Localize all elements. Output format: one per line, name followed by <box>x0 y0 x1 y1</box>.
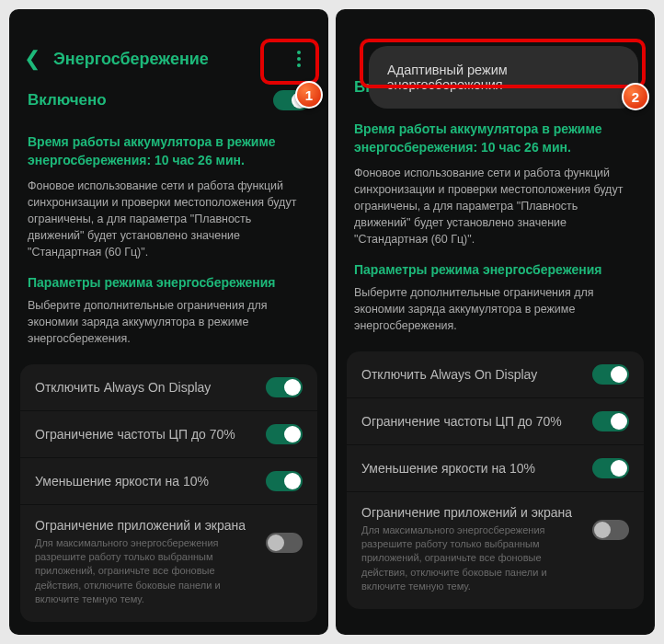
step-badge-1: 1 <box>295 81 323 109</box>
enabled-label: Включено <box>28 91 107 109</box>
info-section: Время работы аккумулятора в режиме энерг… <box>336 110 655 348</box>
option-aod[interactable]: Отключить Always On Display <box>347 351 644 398</box>
option-label: Ограничение приложений и экрана <box>35 518 257 533</box>
option-label: Уменьшение яркости на 10% <box>361 461 592 476</box>
option-toggle[interactable] <box>592 520 629 540</box>
option-description: Для максимального энергосбережения разре… <box>35 536 257 607</box>
option-aod[interactable]: Отключить Always On Display <box>20 364 317 411</box>
params-desc: Выберите дополнительные ограничения для … <box>28 297 310 347</box>
params-desc: Выберите дополнительные ограничения для … <box>354 284 636 334</box>
more-button[interactable] <box>284 44 314 74</box>
option-label: Отключить Always On Display <box>35 380 266 395</box>
overflow-menu: Адаптивный режим энергосбережения <box>369 46 638 109</box>
info-section: Время работы аккумулятора в режиме энерг… <box>9 123 328 361</box>
option-toggle[interactable] <box>266 424 303 444</box>
option-toggle[interactable] <box>266 471 303 491</box>
header: ❮ Энергосбережение <box>9 33 328 86</box>
phone-right: 2 Адаптивный режим энергосбережения Вклю… <box>336 9 655 635</box>
option-description: Для максимального энергосбережения разре… <box>361 523 583 594</box>
option-toggle[interactable] <box>266 533 303 553</box>
back-icon[interactable]: ❮ <box>24 47 40 71</box>
option-apps-limit[interactable]: Ограничение приложений и экрана Для макс… <box>20 505 317 622</box>
option-label: Уменьшение яркости на 10% <box>35 474 266 489</box>
option-cpu[interactable]: Ограничение частоты ЦП до 70% <box>20 411 317 458</box>
option-label: Ограничение частоты ЦП до 70% <box>35 427 266 442</box>
params-heading: Параметры режима энергосбережения <box>354 262 636 277</box>
option-brightness[interactable]: Уменьшение яркости на 10% <box>347 445 644 492</box>
option-label: Отключить Always On Display <box>361 367 592 382</box>
step-badge-2: 2 <box>622 83 649 110</box>
options-list: Отключить Always On Display Ограничение … <box>20 364 317 622</box>
option-toggle[interactable] <box>592 458 629 478</box>
page-title: Энергосбережение <box>53 50 284 69</box>
runtime-heading: Время работы аккумулятора в режиме энерг… <box>28 132 310 170</box>
options-list: Отключить Always On Display Ограничение … <box>347 351 644 609</box>
runtime-desc: Фоновое использование сети и работа функ… <box>354 165 636 248</box>
menu-item-adaptive[interactable]: Адаптивный режим энергосбережения <box>387 63 620 92</box>
more-vertical-icon <box>297 51 301 67</box>
option-toggle[interactable] <box>592 364 629 385</box>
option-apps-limit[interactable]: Ограничение приложений и экрана Для макс… <box>347 492 644 609</box>
phone-left: 1 ❮ Энергосбережение Включено Время рабо… <box>9 9 328 635</box>
option-toggle[interactable] <box>266 377 303 397</box>
option-label: Ограничение частоты ЦП до 70% <box>361 414 592 429</box>
option-brightness[interactable]: Уменьшение яркости на 10% <box>20 458 317 505</box>
option-label: Ограничение приложений и экрана <box>361 505 583 520</box>
enabled-row: Включено <box>9 86 328 123</box>
option-cpu[interactable]: Ограничение частоты ЦП до 70% <box>347 398 644 445</box>
params-heading: Параметры режима энергосбережения <box>28 275 310 290</box>
option-toggle[interactable] <box>592 411 629 431</box>
runtime-desc: Фоновое использование сети и работа функ… <box>28 178 310 261</box>
runtime-heading: Время работы аккумулятора в режиме энерг… <box>354 120 636 157</box>
